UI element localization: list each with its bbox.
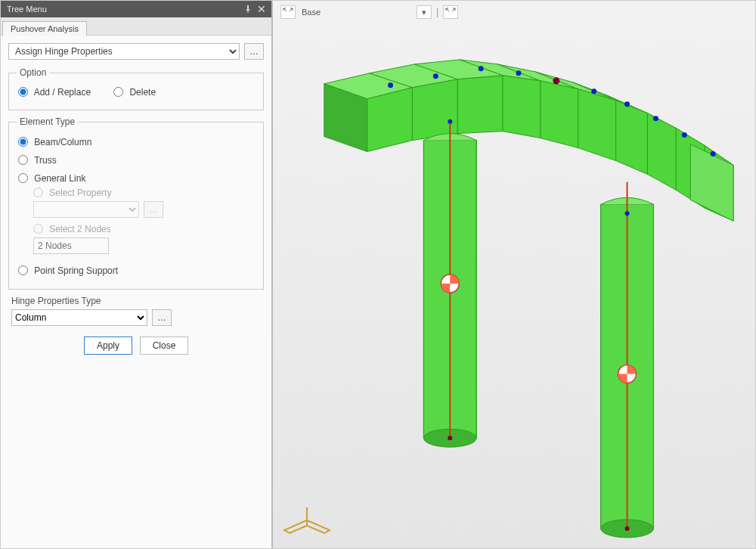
element-type-fieldset: Element Type Beam/Column Truss General L… <box>8 116 264 290</box>
model-scene <box>273 1 755 548</box>
pin-icon[interactable] <box>241 2 255 16</box>
panel-titlebar: Tree Menu ✕ <box>1 1 271 17</box>
svg-marker-13 <box>503 76 541 138</box>
radio-delete[interactable]: Delete <box>113 87 156 98</box>
panel-body: Assign Hinge Properties … Option Add / R… <box>1 36 271 355</box>
hinge-ellipsis-button[interactable]: … <box>152 309 172 326</box>
svg-point-26 <box>553 77 559 84</box>
radio-general-link-input[interactable] <box>18 173 28 183</box>
radio-select-2-nodes: Select 2 Nodes <box>33 224 256 234</box>
option-fieldset: Option Add / Replace Delete <box>8 67 264 110</box>
svg-point-42 <box>625 526 630 531</box>
panel-title: Tree Menu <box>7 5 47 14</box>
svg-point-31 <box>711 151 716 157</box>
two-nodes-input <box>33 237 109 254</box>
column-right <box>601 181 654 538</box>
svg-marker-17 <box>647 113 676 191</box>
radio-add-replace-input[interactable] <box>18 87 28 97</box>
tree-menu-panel: Tree Menu ✕ Pushover Analysis Assign Hin… <box>1 1 273 548</box>
hinge-properties-label: Hinge Properties Type <box>11 296 264 306</box>
svg-point-28 <box>624 101 630 107</box>
svg-point-35 <box>448 119 452 124</box>
svg-marker-15 <box>578 89 616 161</box>
radio-add-replace[interactable]: Add / Replace <box>18 87 91 98</box>
svg-point-29 <box>653 116 658 121</box>
svg-marker-14 <box>541 81 578 148</box>
select-property-ellipsis: … <box>144 201 163 218</box>
svg-point-30 <box>682 132 687 138</box>
radio-beam-column-input[interactable] <box>18 137 28 147</box>
svg-point-27 <box>591 88 596 94</box>
function-ellipsis-button[interactable]: … <box>244 43 264 60</box>
close-button[interactable]: Close <box>140 337 188 355</box>
radio-beam-column[interactable]: Beam/Column <box>17 133 256 151</box>
svg-marker-16 <box>616 101 648 175</box>
radio-point-spring-input[interactable] <box>18 265 28 275</box>
hinge-type-select[interactable]: Column <box>11 309 147 326</box>
svg-point-25 <box>516 70 521 76</box>
radio-select-property-input <box>33 188 43 197</box>
radio-select-2-nodes-input <box>33 224 43 234</box>
radio-select-property: Select Property <box>33 188 111 198</box>
svg-point-22 <box>388 82 393 88</box>
apply-button[interactable]: Apply <box>84 337 132 355</box>
option-legend: Option <box>17 67 49 78</box>
radio-truss[interactable]: Truss <box>17 151 256 169</box>
select-property-dropdown <box>33 201 139 218</box>
svg-point-41 <box>625 211 630 216</box>
element-type-legend: Element Type <box>17 116 78 127</box>
ucs-icon <box>280 503 333 538</box>
svg-marker-11 <box>412 79 457 141</box>
svg-marker-12 <box>457 76 503 134</box>
radio-truss-input[interactable] <box>18 155 28 165</box>
column-left <box>423 119 476 448</box>
svg-point-24 <box>479 66 484 71</box>
radio-point-spring[interactable]: Point Spring Support <box>17 262 256 280</box>
radio-delete-input[interactable] <box>113 87 123 97</box>
cap-beam <box>324 60 733 221</box>
svg-point-23 <box>433 73 438 79</box>
tab-pushover-analysis[interactable]: Pushover Analysis <box>2 21 87 36</box>
svg-marker-10 <box>367 88 413 152</box>
close-icon[interactable]: ✕ <box>255 2 268 16</box>
model-viewport[interactable]: Base ▾ | <box>273 1 755 548</box>
tabstrip: Pushover Analysis <box>1 17 271 36</box>
function-select[interactable]: Assign Hinge Properties <box>8 43 240 60</box>
radio-general-link[interactable]: General Link <box>17 169 256 188</box>
svg-point-36 <box>448 436 452 440</box>
